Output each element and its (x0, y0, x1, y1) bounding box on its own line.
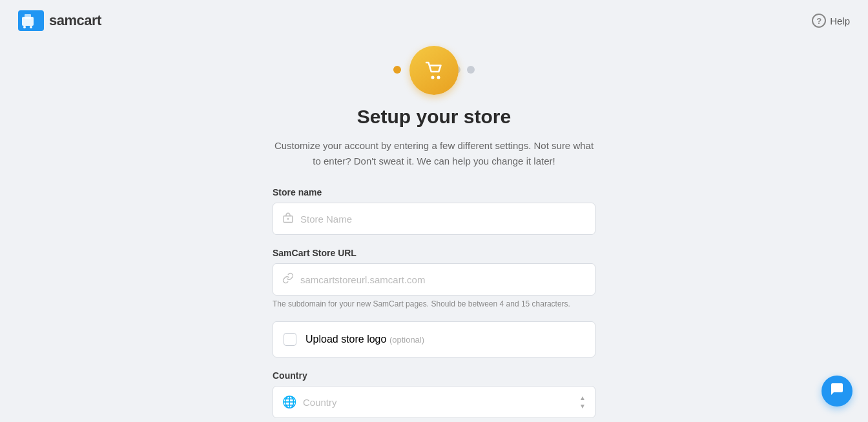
svg-point-3 (23, 26, 26, 28)
samcart-logo-icon (18, 10, 44, 31)
upload-logo-label: Upload store logo (optional) (305, 334, 424, 345)
country-select[interactable]: Country United States Canada United King… (303, 397, 574, 408)
store-url-section: SamCart Store URL The subdomain for your… (273, 248, 595, 308)
upload-logo-area[interactable]: Upload store logo (optional) (273, 321, 595, 357)
upload-logo-optional: (optional) (389, 335, 424, 345)
page-description: Customize your account by entering a few… (273, 138, 595, 169)
progress-section (0, 41, 868, 99)
progress-dot-1 (393, 66, 401, 74)
cart-icon (422, 59, 446, 82)
link-icon (282, 272, 294, 287)
progress-dot-3 (467, 66, 475, 74)
upload-logo-text: Upload store logo (305, 334, 386, 345)
cart-icon-circle (409, 46, 459, 95)
svg-point-4 (30, 26, 32, 28)
help-icon: ? (812, 14, 826, 28)
globe-icon: 🌐 (282, 395, 296, 409)
main-content: Setup your store Customize your account … (260, 106, 608, 422)
store-icon (282, 212, 294, 226)
select-arrows-icon: ▲ ▼ (579, 394, 586, 410)
country-section: Country 🌐 Country United States Canada U… (273, 370, 595, 422)
store-url-label: SamCart Store URL (273, 248, 595, 258)
store-name-input-wrapper (273, 203, 595, 235)
upload-logo-checkbox[interactable] (284, 333, 296, 346)
logo-text: samcart (49, 12, 101, 29)
country-select-wrapper: 🌐 Country United States Canada United Ki… (273, 386, 595, 418)
upload-logo-section: Upload store logo (optional) (273, 321, 595, 357)
chat-bubble-button[interactable] (822, 376, 852, 407)
svg-point-6 (437, 76, 440, 79)
page-title: Setup your store (273, 106, 595, 128)
svg-rect-2 (25, 14, 31, 19)
store-name-label: Store name (273, 187, 595, 197)
chat-bubble-icon (829, 381, 845, 401)
help-button[interactable]: ? Help (812, 14, 850, 28)
help-label: Help (830, 15, 850, 26)
logo-area: samcart (18, 10, 101, 31)
store-name-section: Store name (273, 187, 595, 235)
store-url-input[interactable] (300, 274, 586, 285)
header: samcart ? Help (0, 0, 868, 41)
store-url-hint: The subdomain for your new SamCart pages… (273, 299, 595, 308)
country-label: Country (273, 370, 595, 381)
svg-point-5 (431, 76, 435, 79)
store-url-input-wrapper (273, 263, 595, 296)
store-name-input[interactable] (300, 214, 586, 225)
